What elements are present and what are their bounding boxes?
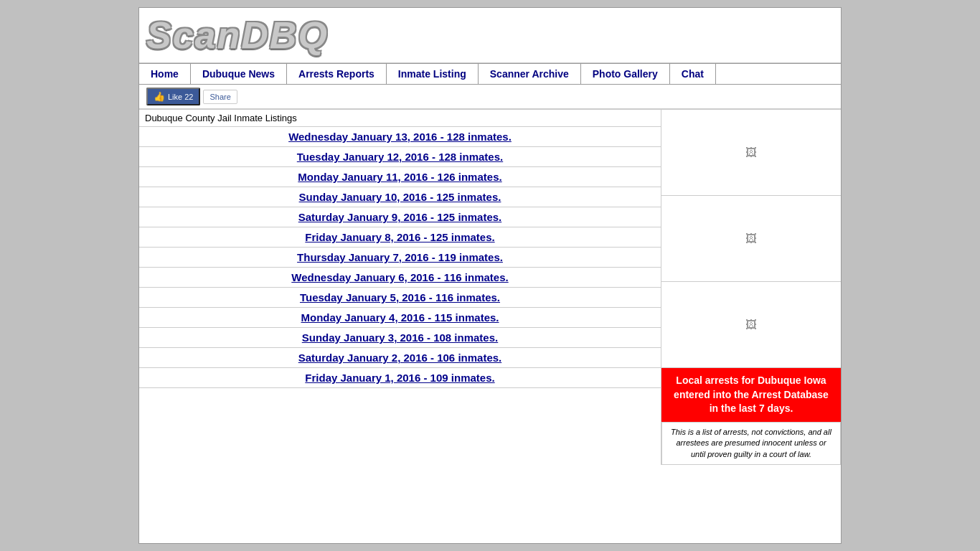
- facebook-like-button[interactable]: 👍 Like 22: [146, 88, 200, 105]
- ad-box-1: [661, 110, 841, 196]
- ad-box-3: [661, 282, 841, 368]
- inmate-listing-link-jan3[interactable]: Sunday January 3, 2016 - 108 inmates.: [139, 328, 661, 347]
- ad-image-2: [745, 232, 757, 245]
- table-row: Wednesday January 6, 2016 - 116 inmates.: [139, 268, 661, 288]
- nav-item-scanner-archive[interactable]: Scanner Archive: [479, 64, 581, 84]
- inmate-listing-link-jan2[interactable]: Saturday January 2, 2016 - 106 inmates.: [139, 348, 661, 367]
- nav-item-dubuque-news[interactable]: Dubuque News: [191, 64, 287, 84]
- page-heading: Dubuque County Jail Inmate Listings: [139, 110, 661, 127]
- inmate-listing-link-jan4[interactable]: Monday January 4, 2016 - 115 inmates.: [139, 308, 661, 327]
- table-row: Sunday January 10, 2016 - 125 inmates.: [139, 187, 661, 207]
- inmate-listing-link-jan12[interactable]: Tuesday January 12, 2016 - 128 inmates.: [139, 147, 661, 166]
- arrests-notice: Local arrests for Dubuque Iowa entered i…: [661, 368, 841, 422]
- table-row: Tuesday January 12, 2016 - 128 inmates.: [139, 147, 661, 167]
- table-row: Monday January 11, 2016 - 126 inmates.: [139, 167, 661, 187]
- inmate-listing-link-jan9[interactable]: Saturday January 9, 2016 - 125 inmates.: [139, 207, 661, 227]
- facebook-bar: 👍 Like 22 Share: [139, 85, 841, 109]
- nav-item-inmate-listing[interactable]: Inmate Listing: [387, 64, 479, 84]
- table-row: Monday January 4, 2016 - 115 inmates.: [139, 308, 661, 328]
- inmate-listing-link-jan8[interactable]: Friday January 8, 2016 - 125 inmates.: [139, 227, 661, 247]
- logo-text: ScanDBQ: [146, 14, 329, 56]
- nav-item-home[interactable]: Home: [139, 64, 191, 84]
- inmate-listing-link-jan13[interactable]: Wednesday January 13, 2016 - 128 inmates…: [139, 127, 661, 146]
- nav-item-arrests-reports[interactable]: Arrests Reports: [287, 64, 387, 84]
- nav-bar: HomeDubuque NewsArrests ReportsInmate Li…: [139, 63, 841, 85]
- nav-item-chat[interactable]: Chat: [670, 64, 716, 84]
- fb-like-label: Like 22: [168, 93, 193, 101]
- nav-item-photo-gallery[interactable]: Photo Gallery: [581, 64, 670, 84]
- inmate-listing-link-jan5[interactable]: Tuesday January 5, 2016 - 116 inmates.: [139, 288, 661, 307]
- right-column: Local arrests for Dubuque Iowa entered i…: [661, 110, 841, 465]
- ad-box-2: [661, 196, 841, 282]
- table-row: Saturday January 2, 2016 - 106 inmates.: [139, 348, 661, 368]
- disclaimer-box: This is a list of arrests, not convictio…: [661, 422, 841, 465]
- table-row: Wednesday January 13, 2016 - 128 inmates…: [139, 127, 661, 147]
- table-row: Friday January 8, 2016 - 125 inmates.: [139, 227, 661, 248]
- table-row: Friday January 1, 2016 - 109 inmates.: [139, 368, 661, 388]
- inmate-listing-link-jan1[interactable]: Friday January 1, 2016 - 109 inmates.: [139, 368, 661, 387]
- content-area: Dubuque County Jail Inmate Listings Wedn…: [139, 109, 841, 465]
- table-row: Saturday January 9, 2016 - 125 inmates.: [139, 207, 661, 227]
- header: ScanDBQ: [139, 8, 841, 63]
- thumbs-up-icon: 👍: [154, 91, 165, 102]
- inmate-listing-link-jan7[interactable]: Thursday January 7, 2016 - 119 inmates.: [139, 248, 661, 267]
- inmate-listings: Wednesday January 13, 2016 - 128 inmates…: [139, 127, 661, 388]
- inmate-listing-link-jan10[interactable]: Sunday January 10, 2016 - 125 inmates.: [139, 187, 661, 207]
- table-row: Thursday January 7, 2016 - 119 inmates.: [139, 248, 661, 268]
- ad-image-3: [745, 319, 757, 331]
- facebook-share-button[interactable]: Share: [203, 90, 237, 104]
- table-row: Tuesday January 5, 2016 - 116 inmates.: [139, 288, 661, 308]
- inmate-listing-link-jan11[interactable]: Monday January 11, 2016 - 126 inmates.: [139, 167, 661, 187]
- fb-share-label: Share: [209, 93, 230, 101]
- inmate-listing-link-jan6[interactable]: Wednesday January 6, 2016 - 116 inmates.: [139, 268, 661, 287]
- table-row: Sunday January 3, 2016 - 108 inmates.: [139, 328, 661, 348]
- ad-image-1: [745, 146, 757, 159]
- left-column: Dubuque County Jail Inmate Listings Wedn…: [139, 110, 661, 465]
- site-logo[interactable]: ScanDBQ: [146, 14, 834, 57]
